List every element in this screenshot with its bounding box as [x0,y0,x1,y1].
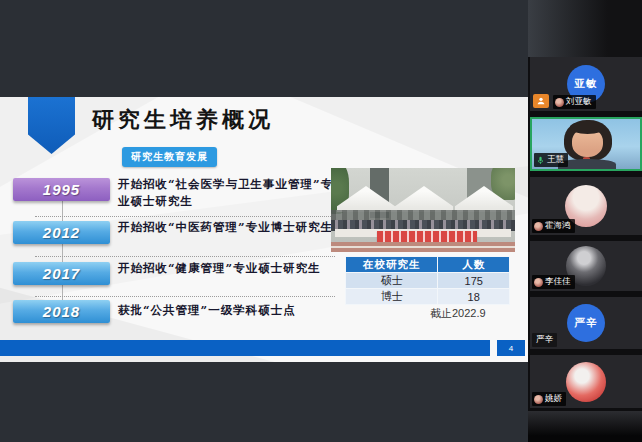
dotted-divider [35,216,335,217]
year-ribbon: 2012 [13,221,110,244]
sidebar-bottom-gradient [528,411,642,442]
timeline-text: 开始招收“社会医学与卫生事业管理”专业硕士研究生 [118,176,340,209]
table-cell-count: 175 [438,273,510,289]
sidebar-top-gradient [528,0,642,57]
year-ribbon: 1995 [13,178,110,201]
timeline-text: 开始招收“健康管理”专业硕士研究生 [118,260,340,277]
participant-name: 刘亚敏 [566,96,592,108]
participant-name: 严辛 [536,334,553,346]
photo-track-line [331,246,515,248]
page-number: 4 [497,340,525,356]
mini-avatar-icon [534,395,543,404]
section-badge: 研究生教育发展 [122,147,217,167]
photo-tent [395,186,453,212]
table-row: 博士 18 [346,289,510,305]
campus-event-photo [331,168,515,252]
avatar: 严辛 [567,304,605,342]
participant-name-tag: 严辛 [532,333,557,347]
microphone-icon [536,156,545,165]
table-header-cell: 人数 [438,257,510,273]
participant-tile-lijiajia[interactable]: 李佳佳 [530,241,642,291]
year-ribbon: 2017 [13,262,110,285]
photo-red-banner [377,231,477,242]
meeting-window: 研究生培养概况 研究生教育发展 1995 开始招收“社会医学与卫生事业管理”专业… [0,0,642,442]
mini-avatar-icon [534,222,543,231]
table-header-cell: 在校研究生 [346,257,438,273]
participant-name: 姚娇 [545,393,562,405]
table-header-row: 在校研究生 人数 [346,257,510,273]
enrollment-table: 在校研究生 人数 硕士 175 博士 18 [345,256,510,305]
participant-name: 王慧 [547,154,564,166]
participant-tile-liuyamin[interactable]: 亚敏 刘亚敏 [530,57,642,111]
participants-sidebar: 亚敏 刘亚敏 [528,0,642,442]
table-cell-degree: 博士 [346,289,438,305]
participant-name-tag: 霍海鸿 [532,219,575,233]
participant-tile-wanghui[interactable]: 王慧 [530,117,642,171]
timeline-text: 开始招收“中医药管理”专业博士研究生 [118,219,340,236]
timeline-text: 获批“公共管理”一级学科硕士点 [118,302,340,319]
dotted-divider [35,296,335,297]
video-person-fringe [570,122,606,134]
slide-title: 研究生培养概况 [92,105,274,135]
slide-footer-bar [0,340,490,356]
participant-name-tag: 刘亚敏 [553,95,596,109]
participant-name-tag: 李佳佳 [532,275,575,289]
participant-name-tag: 王慧 [534,153,568,167]
participant-tile-yanxin[interactable]: 严辛 严辛 [530,297,642,349]
participant-tile-huohaihong[interactable]: 霍海鸿 [530,177,642,235]
avatar [566,362,606,402]
table-row: 硕士 175 [346,273,510,289]
host-icon [533,94,549,108]
mini-avatar-icon [534,278,543,287]
participant-name-tag: 姚娇 [532,392,566,406]
presentation-slide: 研究生培养概况 研究生教育发展 1995 开始招收“社会医学与卫生事业管理”专业… [0,97,528,362]
timeline-axis [62,197,63,309]
table-cell-degree: 硕士 [346,273,438,289]
participant-name: 霍海鸿 [545,220,571,232]
participant-name: 李佳佳 [545,276,571,288]
dotted-divider [35,256,335,257]
year-ribbon: 2018 [13,300,110,323]
table-cell-count: 18 [438,289,510,305]
as-of-date: 截止2022.9 [430,306,486,321]
person-icon [536,96,546,106]
participant-tile-yaojiao[interactable]: 姚娇 [530,355,642,408]
mini-avatar-icon [555,98,564,107]
shared-screen-area: 研究生培养概况 研究生教育发展 1995 开始招收“社会医学与卫生事业管理”专业… [0,0,528,442]
